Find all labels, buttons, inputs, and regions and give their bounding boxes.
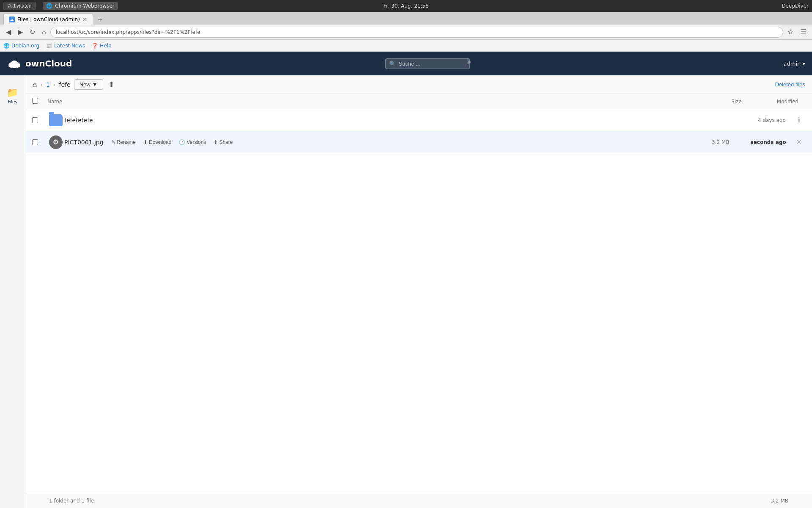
browser-chrome: ☁ Files | ownCloud (admin) ✕ + ◀ ▶ ↻ ⌂ l… <box>0 12 812 52</box>
upload-button[interactable]: ⬆ <box>108 80 115 89</box>
versions-label: Versions <box>187 139 206 145</box>
nav-right: ☆ ☰ <box>785 26 809 38</box>
taskbar-deepdiver: DeepDiver <box>782 3 809 9</box>
bookmark-star-button[interactable]: ☆ <box>785 26 796 38</box>
share-icon: ⬆ <box>214 139 218 145</box>
browser-tab[interactable]: ☁ Files | ownCloud (admin) ✕ <box>3 14 93 25</box>
browser-tab-taskbar[interactable]: 🌐 Chromium-Webbrowser <box>43 2 118 10</box>
row-close-button[interactable]: ✕ <box>793 138 805 146</box>
file-icon: ⚙ <box>47 135 64 149</box>
file-modified: 4 days ago <box>729 117 793 123</box>
owncloud-header: ownCloud 🔍 🎤 admin ▾ <box>0 52 812 75</box>
address-bar[interactable]: localhost/oc/core/index.php/apps/files?d… <box>50 27 783 38</box>
share-button[interactable]: ⬆ Share <box>210 138 236 147</box>
breadcrumb-sep-1: › <box>40 81 43 88</box>
file-name: PICT0001.jpg <box>64 139 104 146</box>
header-modified: Modified <box>742 99 805 105</box>
forward-button[interactable]: ▶ <box>15 26 25 38</box>
row-checkbox[interactable] <box>32 117 38 123</box>
table-row[interactable]: ⚙ PICT0001.jpg ✎ Rename ⬇ Download <box>25 131 812 153</box>
address-text: localhost/oc/core/index.php/apps/files?d… <box>56 29 778 35</box>
breadcrumb-item-1[interactable]: 1 <box>46 81 50 88</box>
sidebar-item-files[interactable]: 📁 Files <box>2 84 23 108</box>
footer-summary: 1 folder and 1 file <box>49 498 743 504</box>
row-checkbox-container <box>32 139 47 145</box>
rename-icon: ✎ <box>111 139 115 145</box>
select-all-checkbox[interactable] <box>32 98 38 104</box>
download-label: Download <box>149 139 171 145</box>
owncloud-logo[interactable]: ownCloud <box>7 56 72 71</box>
sidebar-item-label: Files <box>8 99 17 104</box>
browser-tab-favicon: 🌐 <box>46 3 52 9</box>
share-label: Share <box>219 139 233 145</box>
header-check <box>32 98 47 105</box>
back-button[interactable]: ◀ <box>3 26 14 38</box>
rename-label: Rename <box>117 139 136 145</box>
file-modified: seconds ago <box>730 139 793 145</box>
tab-close-button[interactable]: ✕ <box>82 16 88 23</box>
row-checkbox-container <box>32 117 47 123</box>
tab-title: Files | ownCloud (admin) <box>17 17 80 22</box>
deleted-files-button[interactable]: Deleted files <box>775 81 805 88</box>
new-dropdown-icon: ▼ <box>92 81 98 88</box>
files-icon: 📁 <box>7 87 18 98</box>
folder-icon-img <box>49 114 63 126</box>
versions-button[interactable]: 🕐 Versions <box>176 138 209 147</box>
owncloud-search: 🔍 🎤 <box>385 58 470 69</box>
nav-bar: ◀ ▶ ↻ ⌂ localhost/oc/core/index.php/apps… <box>0 25 812 40</box>
new-tab-button[interactable]: + <box>95 16 106 25</box>
reload-button[interactable]: ↻ <box>27 26 38 38</box>
breadcrumb-bar: ⌂ › 1 › fefe New ▼ ⬆ Deleted files <box>25 75 812 94</box>
file-list-header: Name Size Modified <box>25 94 812 109</box>
file-size: 3.2 MB <box>687 139 730 145</box>
home-button[interactable]: ⌂ <box>39 27 49 38</box>
file-actions: ✎ Rename ⬇ Download 🕐 Versions <box>108 138 236 147</box>
image-file-icon: ⚙ <box>49 135 63 149</box>
search-icon: 🔍 <box>389 61 396 67</box>
taskbar: Aktivitäten 🌐 Chromium-Webbrowser Fr, 30… <box>0 0 812 12</box>
taskbar-left: Aktivitäten 🌐 Chromium-Webbrowser <box>3 2 118 10</box>
row-checkbox[interactable] <box>32 139 38 145</box>
owncloud-main: 📁 Files ⌂ › 1 › fefe New ▼ ⬆ Deleted fil… <box>0 75 812 508</box>
tab-favicon: ☁ <box>9 17 15 22</box>
svg-rect-3 <box>9 64 20 67</box>
owncloud-logo-icon <box>7 56 22 71</box>
search-input[interactable] <box>398 61 462 67</box>
files-area: ⌂ › 1 › fefe New ▼ ⬆ Deleted files Name … <box>25 75 812 508</box>
owncloud-app: ownCloud 🔍 🎤 admin ▾ 📁 Files ⌂ › <box>0 52 812 508</box>
bookmark-debian[interactable]: 🌐 Debian.org <box>3 43 39 49</box>
file-name: fefefefefe <box>64 117 93 124</box>
home-breadcrumb[interactable]: ⌂ <box>32 80 37 89</box>
bookmark-help[interactable]: ❓ Help <box>92 43 111 49</box>
activities-button[interactable]: Aktivitäten <box>3 2 36 10</box>
breadcrumb-sep-2: › <box>53 81 56 88</box>
new-label: New <box>80 81 91 88</box>
browser-tab-label: Chromium-Webbrowser <box>55 3 114 9</box>
microphone-icon: 🎤 <box>464 61 471 67</box>
file-list: fefefefefe 4 days ago ℹ ⚙ <box>25 109 812 493</box>
user-menu[interactable]: admin ▾ <box>784 61 805 67</box>
tab-bar: ☁ Files | ownCloud (admin) ✕ + <box>0 12 812 25</box>
download-icon: ⬇ <box>143 139 148 145</box>
new-button[interactable]: New ▼ <box>74 79 103 90</box>
browser-menu-button[interactable]: ☰ <box>798 26 809 38</box>
owncloud-logo-text: ownCloud <box>25 58 72 69</box>
taskbar-clock: Fr, 30. Aug, 21:58 <box>383 3 428 9</box>
header-name: Name <box>47 99 700 105</box>
download-button[interactable]: ⬇ Download <box>140 138 175 147</box>
search-container: 🔍 🎤 <box>385 58 470 69</box>
breadcrumb-item-2: fefe <box>59 81 71 88</box>
taskbar-right: DeepDiver <box>782 3 809 9</box>
rename-button[interactable]: ✎ Rename <box>108 138 139 147</box>
header-size: Size <box>700 99 742 105</box>
bookmark-latestnews[interactable]: 📰 Latest News <box>46 43 85 49</box>
table-row[interactable]: fefefefefe 4 days ago ℹ <box>25 109 812 131</box>
bookmarks-bar: 🌐 Debian.org 📰 Latest News ❓ Help <box>0 40 812 52</box>
folder-icon <box>47 114 64 126</box>
sidebar: 📁 Files <box>0 75 25 508</box>
file-name-col: PICT0001.jpg ✎ Rename ⬇ Download <box>64 138 687 147</box>
row-info-icon[interactable]: ℹ <box>793 116 805 124</box>
versions-icon: 🕐 <box>179 139 185 145</box>
file-name-col: fefefefefe <box>64 117 687 124</box>
footer-size: 3.2 MB <box>746 498 788 504</box>
